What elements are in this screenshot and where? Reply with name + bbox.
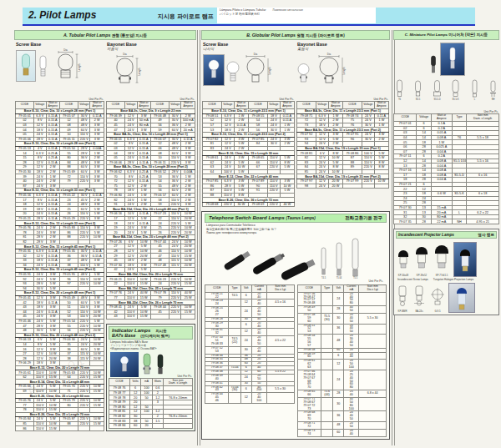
column-header: Voltage [267,102,280,109]
column-header: Type [321,284,332,292]
table-caption-row: Base E-12, Clear, Dia. 13 x Length 33 mm… [16,189,104,194]
column-header: Watt or Ampere [137,102,150,109]
column-header: Watt or Ampere [280,102,294,109]
table-row: 79 08 25 26 272420 40 50 [205,307,295,318]
table-caption-row: Base E-12, Clear, Dia. 20 x Length 48 mm… [16,291,104,296]
table-caption-row: Base E-10, Clear, Dia. 11 x Length 23.5 … [203,132,295,137]
telephone-lamps-title-korean: 전화교환기용 전구 [345,215,382,221]
table-caption-row: Base BA-9s, Clear, Dia. 10 x Length 28 m… [107,132,195,137]
translation-japanese: パイロット球 指示電球表示灯 [220,13,373,17]
tubular-lamp-dimension-diagram: Dia Length [50,48,84,82]
column-header: CODE [150,102,169,109]
section-c-title-korean: 미니어처 (작은) 지시등 [448,33,488,37]
translation-russian: Лампочки сигнальные [272,8,303,12]
unit-per-pc-label: Unit Per Pc. [368,279,383,283]
table-caption-row: Base E-12, Clear, Dia. 15 x Length 45 mm… [16,268,104,273]
table-row: 79 08 61 62 631220 50 100 [297,360,387,370]
table-caption-row: Base BA-15d, Clear, Dia. 19 x Length 35 … [297,146,389,151]
svg-text:Dia: Dia [63,48,68,52]
miniature-lamp-clear-illustration [448,47,458,72]
table-row: 79 07 58 59 60T5.5 (30)3020 40 505.5 x 3… [297,313,387,324]
table-row: 79 08 59 60620 40 [297,352,387,360]
globe-lamp-dimension-diagram: Dia Length [241,53,273,86]
section-c-header: C. Miniature Pilot Lamps 미니어처 (작은) 지시등 [393,30,499,40]
bayonet-base-panel-b: Bayonet Base 꽂음식 Dia Length [296,40,390,189]
projector-lamp-diagram-2 [413,242,430,270]
tubular-lamp-teal-illustration [19,53,33,78]
svg-text:Length: Length [342,67,346,75]
table-caption-row: Base BA-15d, Clear, Dia. 20 x Length 48 … [107,207,195,212]
projector-type-labels: Incandescent Screw Lamps Tungsten Haloge… [397,278,497,281]
section-a-title-korean: 관형 (통모양) 지시등 [112,33,147,38]
screw-base-label-korean: 나사식 [203,47,294,51]
svg-text:T6: T6 [398,98,402,101]
mini-diagram-t6: T6 [394,78,405,102]
table-row: 86110 V15 W [16,426,104,431]
section-a-header: A. Tubular Pilot Lamps 관형 (통모양) 지시등 [14,30,196,40]
projector-diagram-row-1: KP-30x48 KP-39x52 KP-77x61.5 [396,240,497,277]
globe-lamp-photo [203,54,225,86]
projector-lamps-header: Incandescent Projector Lamps 영사 램프 [396,231,497,239]
mini-diagram-nh: NH [488,78,498,102]
indicator-lamp-dark-illustration [155,354,165,375]
unit-per-pc-label: Unit Per Pc. [279,98,294,101]
table-caption-row: Base BA-15d, Clear, Dia. 20 x Length 70 … [107,272,195,277]
indicator-lamp-photo [110,352,139,377]
svg-text:T5.04: T5.04 [337,276,342,279]
table-row: 79 07 50 51 79 08 33T4.5 (22)2420 40 504… [205,336,295,347]
ba7s-lamp-illustration [120,355,129,374]
column-header: Volt [333,284,344,292]
indicator-lamps-figures: Unit Per Pc. [109,351,193,378]
column-header: Voltage [316,102,328,109]
column-header: CODE [109,379,130,386]
projector-lamp-diagram-6 [429,286,446,306]
screw-base-label: Screw Base [16,42,104,47]
column-header: Watt or Ampere [374,102,388,109]
page-title: 2. Pilot Lamps [28,9,96,21]
column-header: Voltage [221,102,234,109]
column-header: Size mm Dia x Lgt [266,284,294,292]
column-header: Watt or Ampere [46,102,59,109]
svg-text:T5.5: T5.5 [353,276,358,279]
bayonet-base-label-korean: 꽂음식 [297,47,388,51]
table-row: 79 08 68220 V30 W79 08 69220 V40 W [203,202,295,207]
table-row: 79 07 352822 mANH4.95 x 21 [394,219,499,224]
table-row: 79 07 71 79 08 67 79 07 72 733040 50 80 … [297,397,387,411]
svg-text:Length: Length [268,67,271,75]
globe-lamp-screw-illustration [226,61,240,86]
svg-text:Dia: Dia [327,53,331,56]
table-row: 79 08 39 402420 50 [205,374,295,381]
section-a-tubular-pilot-lamps: A. Tubular Pilot Lamps 관형 (통모양) 지시등 Scre… [14,30,196,432]
column-header: CODE [16,102,34,109]
telephone-lamps-figures: T4.5 T5.04 T5.5 Unit Per Pc. [205,236,387,284]
column-header: CODE [59,102,78,109]
column-header: Type [452,114,466,122]
bayonet-base-head-b: Bayonet Base 꽂음식 Dia Length [296,41,389,101]
table-row: 79 08 68 69 703620 40 50 [297,411,387,422]
miniature-lamps-head: T6 S5.5 S5.5-D S5.5-K L NH Unit Per Pc. [393,40,499,113]
column-header: Watt or Ampere [181,102,195,109]
indicator-lamps-descriptions: Lámpara Indicadora BA7s Base インジケーターランプ … [109,340,193,351]
table-caption-row: Base BA-15d, Clear, Dia. 19 x Length 35 … [297,174,389,179]
table-caption-row: Base BA-9s, Clear, Dia. 11 x Length 23.5… [297,109,389,114]
indicator-desc-russian: «Индикаторные лампы. Основа BA7» [110,347,191,350]
column-header: Voltage [78,102,90,109]
indicator-lamps-title-korean: 지시등 [155,329,166,333]
table-row: 79 07 66 79 08 64 79 07 67 68 69 702420 … [297,370,387,390]
column-header: Watt or Ampere [90,102,104,109]
column-header: Volt [240,284,251,292]
table-row: 79 08 51 52 533620 40 50 [297,324,387,335]
svg-text:S5.5-D: S5.5-D [433,98,440,101]
tubular-lamp-clear-illustration [38,55,48,82]
projector-lamp-photo-illustration [458,246,472,273]
indicator-lamps-subtitle: BA7s Base [112,333,135,338]
bayonet-base-spec-table-a: CODEVoltageWatt or AmpereCODEVoltageWatt… [106,101,195,320]
projector-caption: KP-BMR [396,310,409,313]
table-caption-row: Base E-12, Clear, Dia. 15 x Length 45 mm… [16,244,104,249]
table-caption-row: Base BA-9s, Clear, Dia. 10 x Length 28 m… [107,165,195,170]
svg-text:Length: Length [138,68,141,76]
svg-text:S5.5-K: S5.5-K [453,98,459,101]
unit-per-pc-label: Unit Per Pc. [373,98,388,101]
table-caption-row: Base E-10, Clear, Dia. 11 x Length 23.5 … [203,109,295,114]
screw-base-head-b: Screw Base 나사식 Dia Lengt [202,41,295,101]
